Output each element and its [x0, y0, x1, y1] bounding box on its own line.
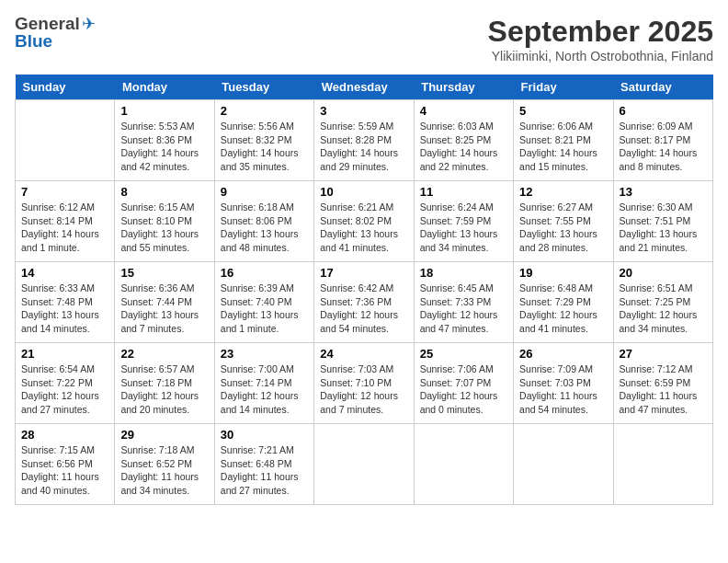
cell-info: Sunrise: 5:59 AMSunset: 8:28 PMDaylight:…	[320, 121, 398, 172]
calendar-cell: 7 Sunrise: 6:12 AMSunset: 8:14 PMDayligh…	[16, 181, 115, 262]
calendar-cell: 6 Sunrise: 6:09 AMSunset: 8:17 PMDayligh…	[613, 100, 712, 181]
calendar-cell	[314, 424, 414, 505]
logo: General ✈ Blue	[15, 15, 96, 50]
cell-info: Sunrise: 6:45 AMSunset: 7:33 PMDaylight:…	[420, 282, 498, 334]
cell-info: Sunrise: 7:06 AMSunset: 7:07 PMDaylight:…	[420, 363, 498, 415]
date-number: 16	[221, 266, 308, 280]
cell-info: Sunrise: 7:00 AMSunset: 7:14 PMDaylight:…	[221, 363, 299, 415]
calendar-cell	[613, 424, 712, 505]
calendar-cell: 8 Sunrise: 6:15 AMSunset: 8:10 PMDayligh…	[115, 181, 214, 262]
header-friday: Friday	[514, 75, 613, 100]
calendar-cell: 12 Sunrise: 6:27 AMSunset: 7:55 PMDaylig…	[514, 181, 613, 262]
cell-info: Sunrise: 6:51 AMSunset: 7:25 PMDaylight:…	[620, 282, 698, 334]
calendar-cell: 3 Sunrise: 5:59 AMSunset: 8:28 PMDayligh…	[314, 100, 414, 181]
bird-icon: ✈	[82, 16, 96, 32]
date-number: 6	[620, 104, 707, 118]
header-tuesday: Tuesday	[214, 75, 313, 100]
calendar-cell: 16 Sunrise: 6:39 AMSunset: 7:40 PMDaylig…	[214, 262, 313, 343]
cell-info: Sunrise: 6:30 AMSunset: 7:51 PMDaylight:…	[620, 201, 698, 253]
cell-info: Sunrise: 6:21 AMSunset: 8:02 PMDaylight:…	[320, 201, 398, 253]
date-number: 1	[120, 104, 208, 118]
cell-info: Sunrise: 6:48 AMSunset: 7:29 PMDaylight:…	[519, 282, 597, 334]
week-row-2: 7 Sunrise: 6:12 AMSunset: 8:14 PMDayligh…	[16, 181, 713, 262]
calendar-cell	[16, 100, 115, 181]
date-number: 9	[221, 185, 308, 199]
calendar-cell: 11 Sunrise: 6:24 AMSunset: 7:59 PMDaylig…	[414, 181, 513, 262]
cell-info: Sunrise: 6:15 AMSunset: 8:10 PMDaylight:…	[120, 201, 199, 253]
calendar-cell: 1 Sunrise: 5:53 AMSunset: 8:36 PMDayligh…	[115, 100, 214, 181]
cell-info: Sunrise: 6:27 AMSunset: 7:55 PMDaylight:…	[519, 201, 597, 253]
cell-info: Sunrise: 7:09 AMSunset: 7:03 PMDaylight:…	[519, 363, 597, 415]
header-thursday: Thursday	[414, 75, 513, 100]
month-title: September 2025	[488, 15, 713, 49]
cell-info: Sunrise: 6:33 AMSunset: 7:48 PMDaylight:…	[21, 282, 99, 334]
calendar-cell: 10 Sunrise: 6:21 AMSunset: 8:02 PMDaylig…	[314, 181, 414, 262]
week-row-3: 14 Sunrise: 6:33 AMSunset: 7:48 PMDaylig…	[16, 262, 713, 343]
calendar-cell: 5 Sunrise: 6:06 AMSunset: 8:21 PMDayligh…	[514, 100, 613, 181]
date-number: 30	[221, 428, 308, 442]
date-number: 12	[519, 185, 607, 199]
calendar-cell: 24 Sunrise: 7:03 AMSunset: 7:10 PMDaylig…	[314, 343, 414, 424]
date-number: 23	[221, 347, 308, 361]
cell-info: Sunrise: 6:03 AMSunset: 8:25 PMDaylight:…	[420, 121, 498, 172]
date-number: 27	[620, 347, 707, 361]
date-number: 2	[221, 104, 308, 118]
date-number: 21	[21, 347, 108, 361]
header-saturday: Saturday	[613, 75, 712, 100]
title-area: September 2025 Ylikiiminki, North Ostrob…	[488, 15, 713, 63]
cell-info: Sunrise: 6:18 AMSunset: 8:06 PMDaylight:…	[221, 201, 299, 253]
date-number: 28	[21, 428, 108, 442]
cell-info: Sunrise: 7:12 AMSunset: 6:59 PMDaylight:…	[620, 363, 698, 415]
cell-info: Sunrise: 7:18 AMSunset: 6:52 PMDaylight:…	[120, 444, 199, 496]
calendar-cell: 26 Sunrise: 7:09 AMSunset: 7:03 PMDaylig…	[514, 343, 613, 424]
cell-info: Sunrise: 6:09 AMSunset: 8:17 PMDaylight:…	[620, 121, 698, 172]
date-number: 3	[320, 104, 407, 118]
date-number: 11	[420, 185, 507, 199]
calendar-cell	[414, 424, 513, 505]
calendar-cell: 21 Sunrise: 6:54 AMSunset: 7:22 PMDaylig…	[16, 343, 115, 424]
date-number: 5	[519, 104, 607, 118]
cell-info: Sunrise: 6:06 AMSunset: 8:21 PMDaylight:…	[519, 121, 597, 172]
calendar-cell: 22 Sunrise: 6:57 AMSunset: 7:18 PMDaylig…	[115, 343, 214, 424]
calendar-cell: 17 Sunrise: 6:42 AMSunset: 7:36 PMDaylig…	[314, 262, 414, 343]
calendar-cell: 23 Sunrise: 7:00 AMSunset: 7:14 PMDaylig…	[214, 343, 313, 424]
date-number: 13	[620, 185, 707, 199]
calendar-cell: 2 Sunrise: 5:56 AMSunset: 8:32 PMDayligh…	[214, 100, 313, 181]
cell-info: Sunrise: 6:12 AMSunset: 8:14 PMDaylight:…	[21, 201, 99, 253]
logo-general: General	[15, 15, 80, 32]
calendar-cell: 14 Sunrise: 6:33 AMSunset: 7:48 PMDaylig…	[16, 262, 115, 343]
cell-info: Sunrise: 5:53 AMSunset: 8:36 PMDaylight:…	[120, 121, 199, 172]
header-wednesday: Wednesday	[314, 75, 414, 100]
date-number: 4	[420, 104, 507, 118]
date-number: 22	[120, 347, 208, 361]
week-row-5: 28 Sunrise: 7:15 AMSunset: 6:56 PMDaylig…	[16, 424, 713, 505]
location-title: Ylikiiminki, North Ostrobothnia, Finland	[488, 49, 713, 63]
calendar-cell: 27 Sunrise: 7:12 AMSunset: 6:59 PMDaylig…	[613, 343, 712, 424]
date-number: 18	[420, 266, 507, 280]
calendar-cell: 25 Sunrise: 7:06 AMSunset: 7:07 PMDaylig…	[414, 343, 513, 424]
date-number: 14	[21, 266, 108, 280]
cell-info: Sunrise: 7:15 AMSunset: 6:56 PMDaylight:…	[21, 444, 99, 496]
calendar-cell: 13 Sunrise: 6:30 AMSunset: 7:51 PMDaylig…	[613, 181, 712, 262]
calendar-cell: 19 Sunrise: 6:48 AMSunset: 7:29 PMDaylig…	[514, 262, 613, 343]
date-number: 20	[620, 266, 707, 280]
date-number: 7	[21, 185, 108, 199]
cell-info: Sunrise: 5:56 AMSunset: 8:32 PMDaylight:…	[221, 121, 299, 172]
day-header-row: Sunday Monday Tuesday Wednesday Thursday…	[16, 75, 713, 100]
week-row-4: 21 Sunrise: 6:54 AMSunset: 7:22 PMDaylig…	[16, 343, 713, 424]
cell-info: Sunrise: 6:36 AMSunset: 7:44 PMDaylight:…	[120, 282, 199, 334]
header-sunday: Sunday	[16, 75, 115, 100]
calendar-cell: 20 Sunrise: 6:51 AMSunset: 7:25 PMDaylig…	[613, 262, 712, 343]
cell-info: Sunrise: 6:57 AMSunset: 7:18 PMDaylight:…	[120, 363, 199, 415]
calendar-cell: 29 Sunrise: 7:18 AMSunset: 6:52 PMDaylig…	[115, 424, 214, 505]
calendar-cell: 9 Sunrise: 6:18 AMSunset: 8:06 PMDayligh…	[214, 181, 313, 262]
cell-info: Sunrise: 6:39 AMSunset: 7:40 PMDaylight:…	[221, 282, 299, 334]
date-number: 29	[120, 428, 208, 442]
cell-info: Sunrise: 7:03 AMSunset: 7:10 PMDaylight:…	[320, 363, 398, 415]
calendar-cell: 28 Sunrise: 7:15 AMSunset: 6:56 PMDaylig…	[16, 424, 115, 505]
cell-info: Sunrise: 6:24 AMSunset: 7:59 PMDaylight:…	[420, 201, 498, 253]
header-monday: Monday	[115, 75, 214, 100]
calendar-cell: 4 Sunrise: 6:03 AMSunset: 8:25 PMDayligh…	[414, 100, 513, 181]
calendar-cell: 18 Sunrise: 6:45 AMSunset: 7:33 PMDaylig…	[414, 262, 513, 343]
header: General ✈ Blue September 2025 Ylikiimink…	[15, 15, 713, 63]
